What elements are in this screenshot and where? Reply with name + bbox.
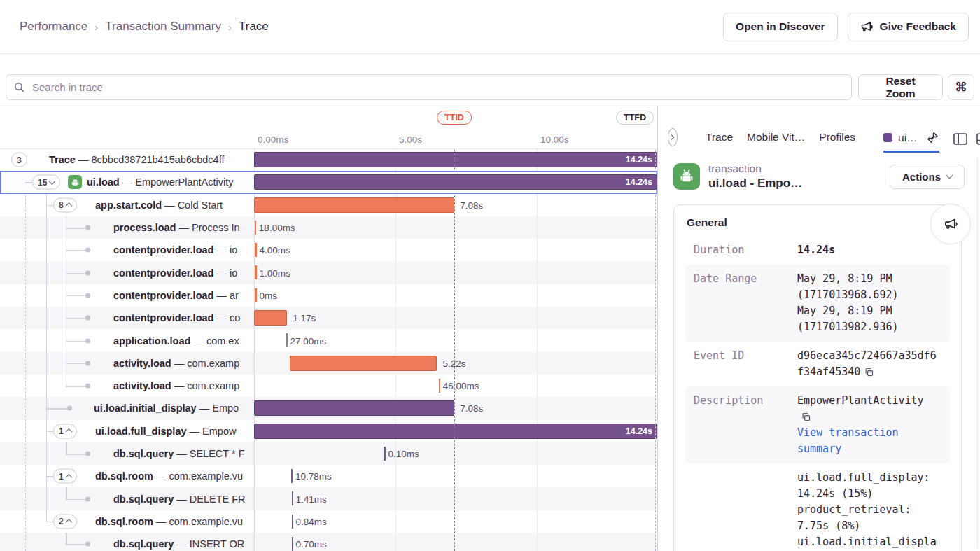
trace-row[interactable]: contentprovider.load — io1.00ms — [0, 261, 657, 284]
trace-row[interactable]: contentprovider.load — io4.00ms — [0, 239, 657, 261]
trace-row[interactable]: process.load — Process In18.00ms — [0, 216, 657, 239]
trace-row[interactable]: 1ui.load.full_display — Empow14.24s — [0, 420, 657, 442]
span-label: db.sql.room — com.example.vu — [95, 516, 243, 527]
trace-row[interactable]: activity.load — com.examp46.00ms — [0, 375, 657, 397]
feedback-float-button[interactable] — [930, 204, 971, 244]
duration-label: 46.00ms — [439, 381, 479, 391]
span-bar[interactable] — [254, 197, 454, 213]
trace-row[interactable]: contentprovider.load — co1.17s — [0, 307, 657, 329]
shortcuts-button[interactable]: ⌘ — [948, 74, 974, 100]
span-bar[interactable] — [290, 356, 437, 371]
child-count: 3 — [17, 155, 22, 165]
detail-value: EmpowerPlantActivityView transaction sum… — [797, 393, 937, 457]
span-op: db.sql.room — [95, 516, 153, 527]
detail-label: Event ID — [694, 348, 797, 380]
span-description: Cold Start — [178, 200, 223, 211]
chevron-up-icon — [65, 202, 72, 209]
span-op: db.sql.query — [113, 494, 174, 505]
transaction-color-swatch — [883, 133, 892, 142]
span-label: application.load — com.ex — [113, 335, 239, 347]
span-op: contentprovider.load — [113, 267, 214, 279]
detail-value: May 29, 8:19 PM(1717013968.692)May 29, 8… — [797, 271, 937, 335]
tab-trace[interactable]: Trace — [706, 131, 733, 153]
span-description: io — [230, 267, 237, 279]
span-bar[interactable]: 14.24s — [254, 152, 657, 167]
expand-pill[interactable]: 1 — [53, 469, 77, 484]
trace-row[interactable]: db.sql.query — DELETE FR1.41ms — [0, 487, 657, 510]
trace-row[interactable]: 15ui.load — EmpowerPlantActivity14.24s — [0, 171, 657, 193]
chevron-down-icon — [49, 178, 56, 185]
transaction-title: ui.load - Empo… — [708, 176, 802, 190]
breadcrumb-performance[interactable]: Performance — [20, 20, 88, 34]
span-bar[interactable]: 14.24s — [254, 174, 657, 190]
android-icon — [673, 163, 700, 190]
copy-icon[interactable] — [864, 367, 874, 377]
span-description: EmpowerPlantActivity — [135, 176, 233, 188]
detail-row: Date RangeMay 29, 8:19 PM(1717013968.692… — [685, 265, 950, 342]
tab-mobile-vitals[interactable]: Mobile Vit… — [747, 131, 805, 153]
expand-pill[interactable]: 8 — [53, 197, 77, 212]
expand-pill[interactable]: 15 — [32, 175, 60, 190]
view-transaction-summary-link[interactable]: View transaction summary — [797, 425, 937, 457]
detail-row: Ops Breakdown ?ui.load.full_display: 14.… — [685, 463, 950, 551]
trace-row[interactable]: db.sql.query — SELECT * F0.10ms — [0, 442, 657, 465]
expand-pill[interactable]: 1 — [53, 424, 77, 438]
general-card: General Duration14.24sDate RangeMay 29, … — [673, 204, 962, 551]
span-op: db.sql.query — [113, 538, 174, 550]
span-op: db.sql.query — [113, 448, 174, 459]
span-description: com.ex — [206, 335, 239, 347]
duration-label: 1.41ms — [292, 494, 327, 504]
duration-label: 1.00ms — [255, 267, 290, 278]
breadcrumb-transaction-summary[interactable]: Transaction Summary — [105, 20, 221, 34]
trace-row[interactable]: 2db.sql.room — com.example.vu0.84ms — [0, 510, 657, 533]
span-op: application.load — [113, 335, 190, 347]
ttfd-badge[interactable]: TTFD — [616, 111, 654, 125]
give-feedback-button[interactable]: Give Feedback — [848, 13, 969, 41]
layout-drawer-left-icon[interactable] — [953, 133, 967, 145]
layout-drawer-bottom-icon[interactable] — [976, 133, 980, 145]
search-box[interactable] — [6, 74, 852, 100]
ttid-badge[interactable]: TTID — [437, 111, 472, 125]
chevron-up-icon — [65, 474, 72, 481]
span-description: com.examp — [187, 358, 239, 369]
span-label: contentprovider.load — ar — [113, 290, 239, 301]
trace-row[interactable]: activity.load — com.examp5.22s — [0, 352, 657, 375]
trace-details-panel: Trace Mobile Vit… Profiles ui… — [658, 106, 980, 551]
trace-row[interactable]: application.load — com.ex27.00ms — [0, 329, 657, 351]
span-bar[interactable] — [254, 400, 454, 416]
pin-tab-icon[interactable] — [926, 131, 939, 144]
tab-ui-load-label: ui… — [898, 132, 918, 144]
child-count: 1 — [59, 426, 64, 436]
span-description: SELECT * F — [190, 448, 245, 459]
duration-label: 5.22s — [439, 358, 466, 368]
trace-row[interactable]: db.sql.query — INSERT OR0.70ms — [0, 533, 657, 551]
search-input[interactable] — [31, 81, 844, 94]
trace-row[interactable]: ui.load.initial_display — Empo7.08s — [0, 397, 657, 419]
span-bar[interactable]: 14.24s — [254, 424, 657, 439]
duration-label: 0.10ms — [384, 449, 419, 459]
duration-label: 14.24s — [626, 177, 652, 187]
trace-row[interactable]: 8app.start.cold — Cold Start7.08s — [0, 194, 657, 216]
reset-zoom-button[interactable]: Reset Zoom — [858, 74, 943, 100]
span-op: Trace — [49, 154, 76, 165]
details-scrollbar[interactable] — [977, 158, 978, 548]
trace-row[interactable]: contentprovider.load — ar0ms — [0, 284, 657, 307]
span-description: com.examp — [187, 380, 239, 391]
detail-value: ui.load.full_display: 14.24s (15%)produc… — [797, 470, 937, 551]
trace-row[interactable]: 1db.sql.room — com.example.vu10.78ms — [0, 465, 657, 487]
span-dot — [85, 316, 90, 321]
actions-button[interactable]: Actions — [890, 165, 965, 189]
span-bar[interactable] — [254, 310, 287, 326]
trace-row[interactable]: 3Trace — 8cbbcd38721b415ab6cbdc4ff14.24s — [0, 148, 657, 171]
span-label: db.sql.query — DELETE FR — [113, 494, 246, 505]
expand-pill[interactable]: 3 — [11, 153, 27, 167]
duration-label: 1.17s — [288, 313, 316, 323]
expand-pill[interactable]: 2 — [53, 514, 77, 529]
span-description: com.example.vu — [169, 516, 244, 527]
tab-profiles[interactable]: Profiles — [819, 131, 855, 153]
tab-ui-load-active[interactable]: ui… — [883, 132, 918, 144]
collapse-panel-icon[interactable] — [668, 128, 678, 146]
open-in-discover-button[interactable]: Open in Discover — [723, 13, 837, 41]
general-rows: Duration14.24sDate RangeMay 29, 8:19 PM(… — [685, 236, 950, 551]
copy-icon[interactable] — [801, 412, 811, 422]
